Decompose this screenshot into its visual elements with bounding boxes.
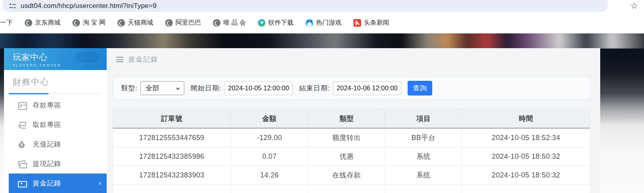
browser-top-bar: usdt04.com/hhcp/usercenter.html?iniType=… xyxy=(0,0,644,12)
bookmark-label: 一下 xyxy=(0,19,13,27)
page-title: 資金記錄 xyxy=(128,55,158,64)
type-select-value: 全部 xyxy=(146,84,159,93)
cell-project: 系统 xyxy=(385,166,462,184)
bookmark-label: 京东商城 xyxy=(35,19,60,27)
bookmark-item[interactable]: 阿里巴巴 xyxy=(165,19,201,27)
sidebar-banner: 玩家中心 PLAYERS CENTER xyxy=(4,48,107,70)
finance-center-section-title: 財務中心 xyxy=(13,76,107,88)
cell-amount: -129.00 xyxy=(231,129,308,147)
bookmark-favicon xyxy=(165,19,173,27)
table-header-cell: 時間 xyxy=(462,109,590,128)
sidebar-menu-item[interactable]: 資金記錄 › xyxy=(9,174,107,193)
cell-type: 额度转出 xyxy=(308,129,385,147)
table-header-cell: 項目 xyxy=(385,109,462,128)
cell-type xyxy=(308,185,385,193)
filter-panel: 類型: 全部 開始日期: 結束日期: 查詢 xyxy=(113,77,590,99)
cell-order-number xyxy=(113,185,231,193)
chevron-right-icon: › xyxy=(99,179,101,187)
start-date-label: 開始日期: xyxy=(191,84,222,93)
bookmark-label: 唯 品 会 xyxy=(223,19,246,27)
bookmark-favicon xyxy=(306,19,313,27)
bookmark-favicon xyxy=(72,19,80,27)
menu-item-label: 充值記錄 xyxy=(33,140,61,149)
bookmark-item[interactable]: 软件下载 xyxy=(258,19,294,27)
sidebar-menu-item[interactable]: 取款專區 › xyxy=(9,115,107,135)
type-select[interactable]: 全部 xyxy=(141,81,184,95)
bookmark-label: 阿里巴巴 xyxy=(176,19,201,27)
table-header-cell: 訂單號 xyxy=(113,109,231,128)
cell-project: 系统 xyxy=(385,147,462,166)
menu-item-icon xyxy=(18,179,26,187)
table-row: 1728125553447659 -129.00 额度转出 BB平台 2024-… xyxy=(113,129,590,147)
bookmark-item[interactable]: 头 头条新闻 xyxy=(353,19,389,27)
menu-item-icon xyxy=(18,160,26,168)
main-content: 資金記錄 類型: 全部 開始日期: 結束日期: 查詢 訂單號 金額 類型 xyxy=(107,48,600,193)
cell-time: 2024-10-05 18:52:34 xyxy=(462,129,590,147)
bookmark-item[interactable]: 热门游戏 xyxy=(306,19,342,27)
gamepad-icon xyxy=(72,50,103,69)
search-button[interactable]: 查詢 xyxy=(408,81,432,96)
hamburger-icon[interactable] xyxy=(116,57,123,62)
sidebar-menu-item[interactable]: 存款專區 › xyxy=(9,96,107,115)
menu-item-label: 資金記錄 xyxy=(33,179,61,188)
sidebar-menu: 存款專區 › 取款專區 › ¥ 充值記錄 › 提現記錄 xyxy=(4,96,107,193)
chevron-down-icon xyxy=(176,86,180,90)
type-label: 類型: xyxy=(121,84,138,93)
bookmark-label: 软件下载 xyxy=(268,19,294,27)
cell-order-number: 1728125432383903 xyxy=(113,166,231,184)
bookmark-favicon xyxy=(258,19,265,27)
table-row: 1728125432385986 0.07 优惠 系统 2024-10-05 1… xyxy=(113,147,590,166)
bookmark-label: 淘 宝 网 xyxy=(83,19,105,27)
sidebar-menu-item[interactable]: 提現記錄 › xyxy=(9,154,107,174)
bookmark-favicon xyxy=(213,19,221,27)
bookmark-item[interactable]: 淘 宝 网 xyxy=(72,19,105,27)
table-header-row: 訂單號 金額 類型 項目 時間 xyxy=(113,109,590,129)
cell-time: 2024-10-05 18:50:32 xyxy=(462,166,590,184)
menu-item-label: 存款專區 xyxy=(33,101,61,110)
cell-type: 优惠 xyxy=(308,147,385,166)
start-date-input[interactable] xyxy=(224,82,293,95)
table-header-cell: 金額 xyxy=(231,109,308,128)
sidebar-menu-item[interactable]: ¥ 充值記錄 › xyxy=(9,135,107,154)
bookmark-item[interactable]: 一下 xyxy=(0,19,13,27)
bookmark-item[interactable]: 京东商城 xyxy=(25,19,60,27)
bookmark-item[interactable]: 唯 品 会 xyxy=(213,19,246,27)
cell-time: 2024-10-05 18:50:32 xyxy=(462,147,590,166)
site-controls-icon[interactable] xyxy=(9,3,17,9)
menu-item-label: 取款專區 xyxy=(33,120,61,129)
cell-amount: 0.07 xyxy=(231,147,308,166)
cell-type: 在线存款 xyxy=(308,166,385,184)
cell-amount: 14.26 xyxy=(231,166,308,184)
cell-order-number: 1728125553447659 xyxy=(113,129,231,147)
menu-item-label: 提現記錄 xyxy=(33,159,61,168)
bookmark-star-icon[interactable]: ☆ xyxy=(629,1,639,11)
cell-project xyxy=(385,185,462,193)
table-body: 1728125553447659 -129.00 额度转出 BB平台 2024-… xyxy=(113,129,590,193)
menu-item-icon xyxy=(18,101,26,109)
cell-project: BB平台 xyxy=(385,129,462,147)
menu-item-icon xyxy=(18,121,26,129)
content-header: 資金記錄 xyxy=(107,48,600,64)
bookmark-label: 天猫商城 xyxy=(128,19,153,27)
records-table: 訂單號 金額 類型 項目 時間 1728125553447659 -129.00… xyxy=(113,109,590,193)
url-bar[interactable]: usdt04.com/hhcp/usercenter.html?iniType=… xyxy=(2,0,608,12)
cell-order-number: 1728125432385986 xyxy=(113,147,231,166)
end-date-input[interactable] xyxy=(333,82,401,95)
section-underline xyxy=(9,93,102,94)
bookmark-favicon: 头 xyxy=(353,19,361,27)
bookmark-label: 热门游戏 xyxy=(316,19,342,27)
banner-photo xyxy=(0,33,644,49)
screen: usdt04.com/hhcp/usercenter.html?iniType=… xyxy=(0,0,644,193)
bookmark-label: 头条新闻 xyxy=(364,19,389,27)
sidebar: 玩家中心 PLAYERS CENTER 財務中心 xyxy=(4,48,107,193)
menu-item-icon: ¥ xyxy=(18,140,26,148)
bookmark-item[interactable]: 天猫商城 xyxy=(117,19,153,27)
table-header-cell: 類型 xyxy=(308,109,385,128)
end-date-label: 結束日期: xyxy=(299,84,330,93)
bookmark-favicon xyxy=(117,19,125,27)
cell-time xyxy=(462,185,590,193)
table-row xyxy=(113,185,590,193)
table-row: 1728125432383903 14.26 在线存款 系统 2024-10-0… xyxy=(113,166,590,185)
bookmark-favicon xyxy=(25,19,32,27)
url-text[interactable]: usdt04.com/hhcp/usercenter.html?iniType=… xyxy=(21,2,156,10)
